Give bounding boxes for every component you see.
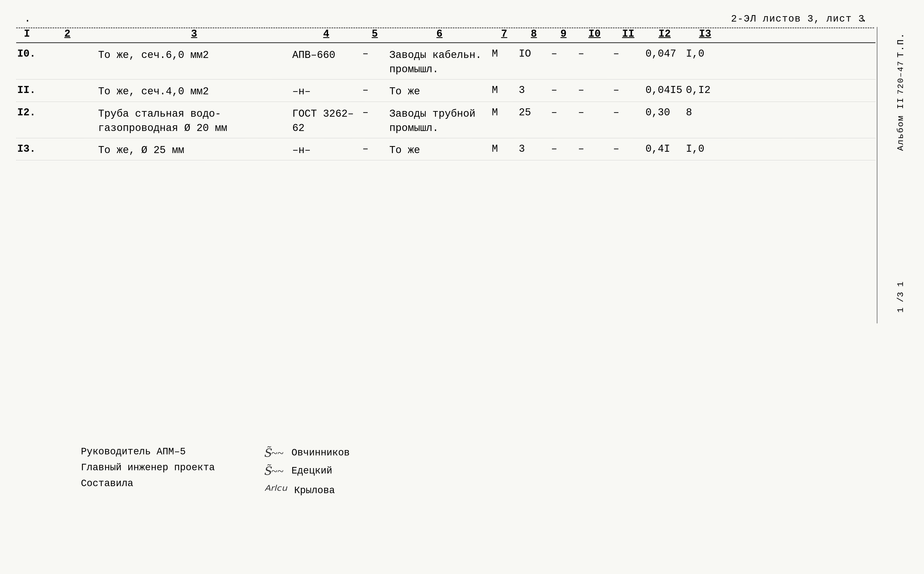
row-10-col5: – xyxy=(361,48,388,60)
table-row: I0. То же, сеч.6,0 мм2 АПВ–660 – Заводы … xyxy=(16,43,875,79)
row-13-col12: 0,4I xyxy=(644,143,685,155)
row-12-col5: – xyxy=(361,107,388,118)
row-13-col5: – xyxy=(361,143,388,155)
row-11-col6: То же xyxy=(388,84,491,99)
row-10-col4: АПВ–660 xyxy=(291,48,361,62)
row-10-col11: – xyxy=(612,48,644,60)
col-header-9: 9 xyxy=(550,28,577,39)
row-11-col5: – xyxy=(361,84,388,96)
row-12-col7: М xyxy=(491,107,518,118)
document-reference: 2-ЭЛ листов 3, лист 3 xyxy=(731,13,865,25)
row-num-10: I0. xyxy=(16,48,38,60)
row-10-col13: I,0 xyxy=(685,48,725,60)
row-11-col10: – xyxy=(577,84,612,96)
col-header-10: I0 xyxy=(577,28,612,39)
right-sidebar: Т.П. 720–47 Альбом II 1 /3 1 xyxy=(877,27,924,323)
row-13-col6: То же xyxy=(388,143,491,158)
row-13-col4: –н– xyxy=(291,143,361,158)
row-11-col4: –н– xyxy=(291,84,361,99)
role-3: Составила xyxy=(81,478,215,489)
row-13-col7: М xyxy=(491,143,518,155)
col-header-2: 2 xyxy=(38,28,97,39)
row-13-col8: 3 xyxy=(518,143,550,155)
table-row: I2. Труба стальная водо-газопроводная Ø … xyxy=(16,102,875,138)
top-dot-left: · xyxy=(24,15,31,27)
sig-scribble-1: S̃~~ xyxy=(264,446,283,459)
sidebar-tp-label: Т.П. xyxy=(896,32,906,58)
sidebar-sheet-num: 1 /3 1 xyxy=(896,282,906,312)
row-12-col13: 8 xyxy=(685,107,725,118)
signature-row-3: ᴬʳˡᶜᵘ Крылова xyxy=(264,483,350,498)
table-row: II. То же, сеч.4,0 мм2 –н– – То же М 3 –… xyxy=(16,79,875,102)
row-num-11: II. xyxy=(16,84,38,96)
row-12-col8: 25 xyxy=(518,107,550,118)
row-10-col3: То же, сеч.6,0 мм2 xyxy=(97,48,291,62)
signatures-section: Руководитель АПМ–5 Главный инженер проек… xyxy=(81,446,865,498)
row-13-col9: – xyxy=(550,143,577,155)
sidebar-doc-num: 720–47 xyxy=(896,60,905,94)
col-header-3: 3 xyxy=(97,28,291,39)
row-10-col12: 0,047 xyxy=(644,48,685,60)
top-dot-right: · xyxy=(861,15,867,27)
row-13-col13: I,0 xyxy=(685,143,725,155)
row-11-col7: М xyxy=(491,84,518,96)
col-header-4: 4 xyxy=(291,28,361,39)
row-13-col10: – xyxy=(577,143,612,155)
row-10-col10: – xyxy=(577,48,612,60)
sig-scribble-3: ᴬʳˡᶜᵘ xyxy=(264,483,286,498)
signature-row-1: S̃~~ Овчинников xyxy=(264,446,350,459)
row-12-col4: ГОСТ 3262–62 xyxy=(291,107,361,135)
row-13-col3: То же, Ø 25 мм xyxy=(97,143,291,158)
row-12-col10: – xyxy=(577,107,612,118)
row-11-col11: – xyxy=(612,84,644,96)
col-header-5: 5 xyxy=(361,28,388,39)
table-row: I3. То же, Ø 25 мм –н– – То же М 3 – – –… xyxy=(16,138,875,160)
row-11-col13: 0,I2 xyxy=(685,84,725,96)
row-10-col8: IO xyxy=(518,48,550,60)
row-10-col9: – xyxy=(550,48,577,60)
row-10-col6: Заводы кабельн. промышл. xyxy=(388,48,491,77)
sig-scribble-2: S̃~~ xyxy=(264,464,283,478)
sig-name-1: Овчинников xyxy=(291,447,350,458)
row-12-col6: Заводы трубной промышл. xyxy=(388,107,491,135)
sidebar-album-label: Альбом II xyxy=(896,97,906,151)
role-1: Руководитель АПМ–5 xyxy=(81,446,215,457)
signatures-column: S̃~~ Овчинников S̃~~ Едецкий ᴬʳˡᶜᵘ Крыло… xyxy=(264,446,350,498)
row-num-13: I3. xyxy=(16,143,38,155)
row-13-col11: – xyxy=(612,143,644,155)
col-header-6: 6 xyxy=(388,28,491,39)
row-12-col11: – xyxy=(612,107,644,118)
col-header-8: 8 xyxy=(518,28,550,39)
row-12-col3: Труба стальная водо-газопроводная Ø 20 м… xyxy=(97,107,291,135)
main-table: I 2 3 4 5 6 7 8 9 I0 II I2 I3 I0. То же,… xyxy=(16,27,875,160)
row-11-col8: 3 xyxy=(518,84,550,96)
col-header-1: I xyxy=(16,28,38,39)
row-11-col9: – xyxy=(550,84,577,96)
col-header-12: I2 xyxy=(644,28,685,39)
col-header-11: II xyxy=(612,28,644,39)
sig-name-2: Едецкий xyxy=(291,465,332,476)
signature-row-2: S̃~~ Едецкий xyxy=(264,464,350,478)
col-header-13: I3 xyxy=(685,28,725,39)
role-2: Главный инженер проекта xyxy=(81,462,215,473)
col-header-7: 7 xyxy=(491,28,518,39)
row-num-12: I2. xyxy=(16,107,38,118)
row-11-col12: 0,04I5 xyxy=(644,84,685,96)
row-10-col7: М xyxy=(491,48,518,60)
row-12-col12: 0,30 xyxy=(644,107,685,118)
sig-name-3: Крылова xyxy=(294,485,335,496)
column-header-row: I 2 3 4 5 6 7 8 9 I0 II I2 I3 xyxy=(16,28,875,43)
row-11-col3: То же, сеч.4,0 мм2 xyxy=(97,84,291,99)
page: 2-ЭЛ листов 3, лист 3 · · I 2 3 4 5 6 7 … xyxy=(0,0,924,574)
row-12-col9: – xyxy=(550,107,577,118)
roles-column: Руководитель АПМ–5 Главный инженер проек… xyxy=(81,446,215,489)
